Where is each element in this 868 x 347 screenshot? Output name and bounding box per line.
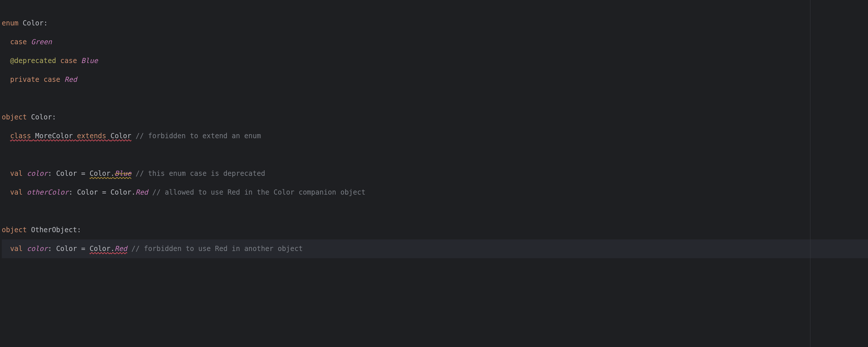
code-line[interactable]: @deprecated case Blue <box>2 52 868 70</box>
colon: : <box>52 113 56 121</box>
keyword-val: val <box>10 188 23 196</box>
keyword-object: object <box>2 113 27 121</box>
deprecated-member: Blue <box>115 169 131 178</box>
type-name: OtherObject <box>31 226 77 234</box>
code-line[interactable]: private case Red <box>2 70 868 89</box>
comment: // forbidden to extend an enum <box>135 132 261 140</box>
comment: // this enum case is deprecated <box>135 169 265 178</box>
keyword-enum: enum <box>2 19 19 27</box>
blank-line[interactable] <box>2 89 868 108</box>
code-line[interactable]: object Color: <box>2 108 868 127</box>
keyword-val: val <box>10 245 23 253</box>
keyword-extends: extends <box>77 132 106 140</box>
type-name: Color <box>31 113 52 121</box>
qualifier: Color <box>89 245 110 253</box>
blank-line[interactable] <box>2 202 868 221</box>
current-line[interactable]: val color: Color = Color.Red // forbidde… <box>2 240 868 258</box>
keyword-case: case <box>44 75 60 84</box>
keyword-class: class <box>10 132 31 140</box>
code-line[interactable]: enum Color: <box>2 14 868 33</box>
keyword-object: object <box>2 226 27 234</box>
colon: : <box>48 169 52 178</box>
type-ref: Color <box>56 169 77 178</box>
type-ref: Color <box>77 188 98 196</box>
error-span <box>106 132 110 140</box>
equals: = <box>102 188 106 196</box>
equals: = <box>81 169 85 178</box>
type-name: Color <box>23 19 43 27</box>
error-span <box>73 132 77 140</box>
dot: . <box>111 169 115 178</box>
keyword-case: case <box>10 38 27 46</box>
code-line[interactable]: object OtherObject: <box>2 221 868 240</box>
base-type: Color <box>111 132 131 140</box>
dot: . <box>111 245 115 253</box>
colon: : <box>77 226 81 234</box>
enum-member: Red <box>135 188 148 196</box>
comment: // allowed to use Red in the Color compa… <box>152 188 365 196</box>
colon: : <box>69 188 73 196</box>
keyword-val: val <box>10 169 23 178</box>
qualifier: Color <box>89 169 110 178</box>
error-span <box>31 132 35 140</box>
code-line[interactable]: class MoreColor extends Color // forbidd… <box>2 127 868 146</box>
code-editor[interactable]: enum Color: case Green @deprecated case … <box>0 0 868 347</box>
equals: = <box>81 245 85 253</box>
code-line[interactable]: case Green <box>2 33 868 52</box>
right-margin-ruler <box>810 0 810 347</box>
colon: : <box>48 245 52 253</box>
comment: // forbidden to use Red in another objec… <box>131 245 303 253</box>
enum-case: Red <box>64 75 77 84</box>
keyword-case: case <box>60 57 77 65</box>
code-line[interactable]: val otherColor: Color = Color.Red // all… <box>2 183 868 202</box>
enum-case: Blue <box>81 57 98 65</box>
qualifier: Color <box>111 188 131 196</box>
field-name: color <box>27 169 48 178</box>
enum-case: Green <box>31 38 52 46</box>
type-ref: Color <box>56 245 77 253</box>
class-name: MoreColor <box>35 132 73 140</box>
field-name: otherColor <box>27 188 69 196</box>
code-line[interactable]: val color: Color = Color.Blue // this en… <box>2 164 868 183</box>
field-name: color <box>27 245 48 253</box>
enum-member-error: Red <box>115 245 127 253</box>
annotation: @deprecated <box>10 57 56 65</box>
blank-line[interactable] <box>2 146 868 164</box>
keyword-private: private <box>10 75 39 84</box>
dot: . <box>131 188 135 196</box>
colon: : <box>44 19 48 27</box>
